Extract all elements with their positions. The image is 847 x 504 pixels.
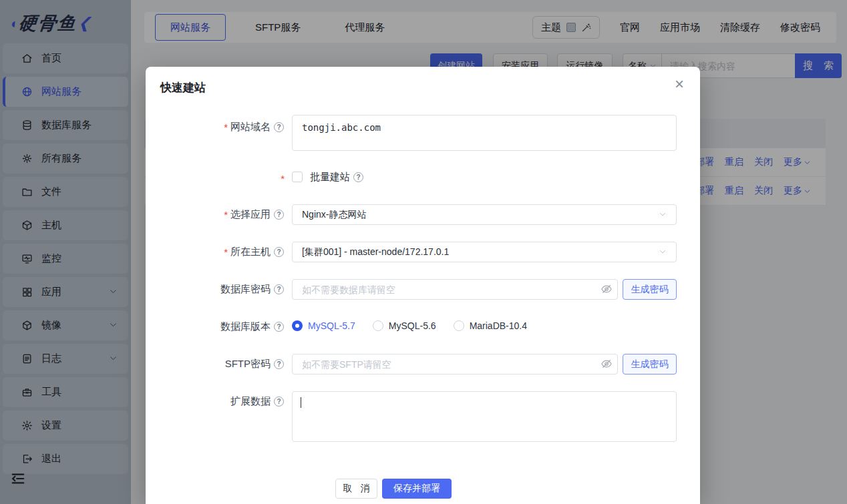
db-version-radio-group: MySQL-5.7 MySQL-5.6 MariaDB-10.4 <box>292 320 527 332</box>
radio-icon <box>454 320 464 331</box>
save-and-deploy-button[interactable]: 保存并部署 <box>382 479 452 499</box>
quick-site-modal: 快速建站 × * 网站域名 ? tongji.abc.com * 批量建站 ? … <box>146 67 700 504</box>
field-label-app: * 选择应用 ? <box>159 208 284 221</box>
app-select[interactable]: Nginx-静态网站 <box>292 204 677 225</box>
help-icon[interactable]: ? <box>274 284 284 294</box>
batch-site-checkbox[interactable] <box>292 172 303 182</box>
sftp-password-input[interactable] <box>292 354 618 374</box>
required-asterisk: * <box>224 209 228 220</box>
radio-mysql-56[interactable]: MySQL-5.6 <box>373 320 436 331</box>
generate-sftp-password-button[interactable]: 生成密码 <box>623 354 677 374</box>
host-select[interactable]: [集群001] - master-node/172.17.0.1 <box>292 242 677 262</box>
help-icon[interactable]: ? <box>274 359 284 369</box>
text-caret <box>301 397 301 408</box>
app-root: ◖ 硬骨鱼 ❮ 首页 网站服务 数据库服务 所有服务 文件 主机 <box>0 0 847 504</box>
close-icon[interactable]: × <box>675 76 684 92</box>
required-asterisk: * <box>224 246 228 258</box>
field-label-batch: * <box>159 172 284 185</box>
chevron-down-icon <box>659 210 667 220</box>
db-password-input[interactable] <box>292 279 618 300</box>
batch-site-label: 批量建站 ? <box>310 171 363 183</box>
chevron-down-icon <box>659 247 667 258</box>
cancel-button[interactable]: 取 消 <box>335 479 377 499</box>
field-label-db-version: 数据库版本 ? <box>159 320 284 333</box>
field-label-ext-data: 扩展数据 ? <box>159 395 284 408</box>
domain-input[interactable]: tongji.abc.com <box>292 115 677 151</box>
modal-title: 快速建站 <box>160 80 206 95</box>
field-label-db-password: 数据库密码 ? <box>159 282 284 296</box>
help-icon[interactable]: ? <box>274 122 284 132</box>
required-asterisk: * <box>224 121 228 133</box>
radio-selected-icon <box>292 320 303 331</box>
radio-mariadb-104[interactable]: MariaDB-10.4 <box>454 320 527 331</box>
radio-icon <box>373 320 383 331</box>
generate-db-password-button[interactable]: 生成密码 <box>623 279 677 300</box>
field-label-host: * 所在主机 ? <box>159 245 284 258</box>
eye-off-icon[interactable] <box>601 358 613 370</box>
help-icon[interactable]: ? <box>274 247 284 257</box>
field-label-sftp-password: SFTP密码 ? <box>159 357 284 370</box>
help-icon[interactable]: ? <box>353 172 363 182</box>
help-icon[interactable]: ? <box>274 397 284 407</box>
field-label-domain: * 网站域名 ? <box>159 120 284 134</box>
required-asterisk: * <box>281 173 285 184</box>
help-icon[interactable]: ? <box>274 210 284 220</box>
ext-data-textarea[interactable] <box>292 391 677 442</box>
eye-off-icon[interactable] <box>601 283 613 295</box>
radio-mysql-57[interactable]: MySQL-5.7 <box>292 320 355 331</box>
help-icon[interactable]: ? <box>274 322 284 332</box>
